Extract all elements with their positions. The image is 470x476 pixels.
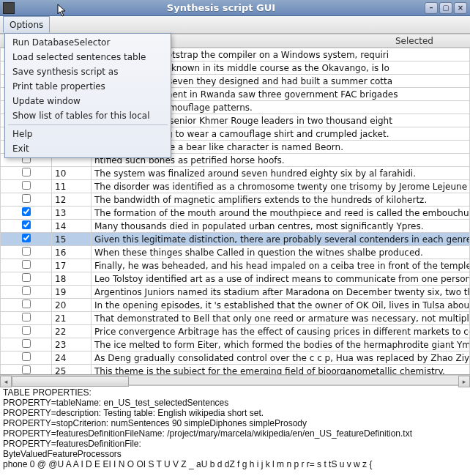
scroll-left-button[interactable]: ◂ [0, 376, 12, 387]
row-checkbox[interactable] [22, 326, 31, 335]
table-row[interactable]: 15Given this legitimate distinction, the… [1, 233, 470, 246]
options-dropdown: Run DatabaseSelector Load selected sente… [4, 33, 171, 158]
row-sentence: The ice melted to form Eiter, which form… [92, 338, 470, 352]
row-checkbox[interactable] [22, 207, 31, 216]
row-sentence: In the opening episodes, it 's establish… [92, 299, 470, 312]
row-checkbox[interactable] [22, 339, 31, 348]
row-number: 12 [52, 193, 92, 207]
table-row[interactable]: 22Price convergence Arbitrage has the ef… [1, 325, 470, 338]
table-row[interactable]: 16When these thinges shalbe Called in qu… [1, 246, 470, 259]
row-checkbox[interactable] [22, 181, 31, 190]
row-number: 25 [52, 365, 92, 375]
col-header-selected: Selected [395, 36, 433, 46]
row-number: 19 [52, 286, 92, 299]
row-number: 23 [52, 338, 92, 352]
row-checkbox[interactable] [22, 365, 31, 374]
row-checkbox[interactable] [22, 260, 31, 269]
table-row[interactable]: 18Leo Tolstoy identified art as a use of… [1, 272, 470, 286]
scroll-right-button[interactable]: ▸ [458, 376, 470, 387]
close-button[interactable]: × [454, 2, 467, 14]
app-icon [3, 2, 15, 14]
row-checkbox[interactable] [22, 273, 31, 282]
row-number: 14 [52, 220, 92, 233]
menu-load-selected[interactable]: Load selected sentences table [5, 50, 171, 64]
row-checkbox-cell [1, 180, 52, 193]
row-checkbox[interactable] [22, 247, 31, 256]
row-number: 13 [52, 207, 92, 220]
row-sentence: This theme is the subject for the emergi… [92, 365, 470, 375]
row-checkbox-cell [1, 259, 52, 272]
menu-exit[interactable]: Exit [5, 141, 171, 156]
row-checkbox-cell [1, 167, 52, 180]
menu-show-list-tables[interactable]: Show list of tables for this local [5, 108, 171, 123]
menu-run-dbselector[interactable]: Run DatabaseSelector [5, 35, 171, 50]
row-number: 15 [52, 233, 92, 246]
row-checkbox[interactable] [22, 286, 31, 295]
row-checkbox-cell [1, 220, 52, 233]
menu-options[interactable]: Options [3, 16, 50, 33]
row-sentence: The disorder was identified as a chromos… [92, 180, 470, 193]
table-row[interactable]: 24As Deng gradually consolidated control… [1, 352, 470, 365]
table-row[interactable]: 12The bandwidth of magnetic amplifiers e… [1, 193, 470, 207]
row-sentence: That demonstrated to Bell that only one … [92, 312, 470, 325]
row-checkbox[interactable] [22, 234, 31, 242]
row-checkbox-cell [1, 325, 52, 338]
minimize-button[interactable]: – [425, 2, 438, 14]
table-row[interactable]: 13The formation of the mouth around the … [1, 207, 470, 220]
row-number: 22 [52, 325, 92, 338]
row-checkbox[interactable] [22, 313, 31, 321]
row-number: 18 [52, 272, 92, 286]
menu-update-window[interactable]: Update window [5, 94, 171, 108]
row-checkbox[interactable] [22, 220, 31, 229]
horizontal-scrollbar[interactable]: ◂ ▸ [0, 375, 470, 385]
table-row[interactable]: 14Many thousands died in populated urban… [1, 220, 470, 233]
row-sentence: Finally, he was beheaded, and his head i… [92, 259, 470, 272]
row-number: 16 [52, 246, 92, 259]
scroll-thumb[interactable] [12, 376, 129, 387]
row-checkbox[interactable] [22, 194, 31, 203]
table-row[interactable]: 19Argentinos Juniors named its stadium a… [1, 286, 470, 299]
row-checkbox-cell [1, 286, 52, 299]
row-checkbox-cell [1, 299, 52, 312]
row-sentence: Leo Tolstoy identified art as a use of i… [92, 272, 470, 286]
row-sentence: The formation of the mouth around the mo… [92, 207, 470, 220]
table-row[interactable]: 25This theme is the subject for the emer… [1, 365, 470, 375]
row-checkbox[interactable] [22, 352, 31, 361]
table-row[interactable]: 11The disorder was identified as a chrom… [1, 180, 470, 193]
row-sentence: Price convergence Arbitrage has the effe… [92, 325, 470, 338]
row-checkbox-cell [1, 272, 52, 286]
row-checkbox-cell [1, 365, 52, 375]
table-row[interactable]: 17Finally, he was beheaded, and his head… [1, 259, 470, 272]
table-row[interactable]: 20In the opening episodes, it 's establi… [1, 299, 470, 312]
menu-print-table-props[interactable]: Print table properties [5, 79, 171, 94]
window-title: Synthesis script GUI [18, 2, 425, 13]
row-number: 20 [52, 299, 92, 312]
row-checkbox-cell [1, 312, 52, 325]
table-row[interactable]: 23The ice melted to form Eiter, which fo… [1, 338, 470, 352]
row-number: 17 [52, 259, 92, 272]
row-checkbox-cell [1, 207, 52, 220]
row-checkbox-cell [1, 338, 52, 352]
row-checkbox-cell [1, 352, 52, 365]
titlebar: Synthesis script GUI – ▢ × [0, 0, 470, 16]
row-checkbox[interactable] [22, 168, 31, 176]
row-number: 21 [52, 312, 92, 325]
row-sentence: The system was finalized around seven hu… [92, 167, 470, 180]
row-checkbox-cell [1, 193, 52, 207]
row-sentence: The bandwidth of magnetic amplifiers ext… [92, 193, 470, 207]
menu-save-script-as[interactable]: Save synthesis script as [5, 64, 171, 79]
row-sentence: Argentinos Juniors named its stadium aft… [92, 286, 470, 299]
row-sentence: Given this legitimate distinction, there… [92, 233, 470, 246]
properties-pane[interactable]: TABLE PROPERTIES: PROPERTY=tableName: en… [0, 385, 470, 476]
row-checkbox-cell [1, 246, 52, 259]
window-controls: – ▢ × [425, 2, 467, 14]
menu-help[interactable]: Help [5, 127, 171, 141]
table-row[interactable]: 10The system was finalized around seven … [1, 167, 470, 180]
row-checkbox[interactable] [22, 300, 31, 308]
table-row[interactable]: 21That demonstrated to Bell that only on… [1, 312, 470, 325]
maximize-button[interactable]: ▢ [439, 2, 452, 14]
row-sentence: When these thinges shalbe Called in ques… [92, 246, 470, 259]
row-sentence: As Deng gradually consolidated control o… [92, 352, 470, 365]
menu-separator [8, 124, 168, 125]
row-sentence: Many thousands died in populated urban c… [92, 220, 470, 233]
